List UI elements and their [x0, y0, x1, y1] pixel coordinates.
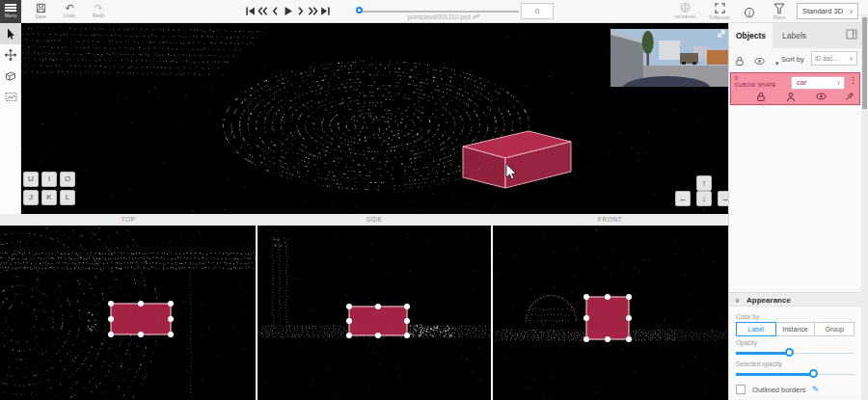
- key-o[interactable]: O: [60, 172, 75, 187]
- key-i[interactable]: I: [41, 172, 57, 187]
- tab-objects[interactable]: Objects: [729, 23, 773, 48]
- cuboid-annotation[interactable]: [586, 297, 629, 339]
- frame-number-input[interactable]: 0: [521, 3, 554, 19]
- move-icon: [5, 49, 16, 61]
- appearance-header[interactable]: ∨ Appearance: [729, 292, 861, 307]
- selected-opacity-slider[interactable]: [736, 369, 854, 379]
- fast-forward-button[interactable]: [308, 4, 319, 17]
- toolbar: Menu Save ↶ Undo ↷ Redo pointcloud: [0, 0, 868, 23]
- side-ortho-view[interactable]: [258, 226, 491, 400]
- selected-opacity-label: Selected opacity: [736, 360, 854, 367]
- resize-handle[interactable]: [404, 333, 410, 338]
- resize-handle[interactable]: [138, 332, 144, 337]
- resize-handle[interactable]: [583, 294, 589, 300]
- object-row-car[interactable]: 5 CUBOID SHAPE car ∨ ⋮: [730, 72, 860, 105]
- arrow-down-key[interactable]: ↓: [696, 191, 712, 206]
- key-j[interactable]: J: [23, 190, 39, 205]
- camera-photo-thumbnail[interactable]: [610, 29, 728, 87]
- object-author-icon[interactable]: [786, 92, 796, 102]
- resize-handle[interactable]: [605, 294, 610, 300]
- panel-scrollbar[interactable]: [861, 14, 868, 400]
- opacity-slider[interactable]: [736, 348, 854, 358]
- resize-handle[interactable]: [626, 294, 632, 300]
- tab-labels[interactable]: Labels: [773, 23, 816, 48]
- resize-handle[interactable]: [108, 301, 114, 307]
- opacity-label: Opacity: [736, 339, 854, 346]
- not-trained-button[interactable]: not trained: [670, 2, 699, 22]
- fullscreen-button[interactable]: Fullscreen: [705, 2, 734, 22]
- resize-handle[interactable]: [404, 304, 410, 309]
- resize-handle[interactable]: [626, 336, 632, 342]
- filters-button[interactable]: Filters: [765, 2, 794, 22]
- scrollbar-thumb[interactable]: [862, 17, 867, 109]
- main-3d-view[interactable]: U I O J K L ↑ ← ↓ →: [21, 23, 728, 214]
- resize-handle[interactable]: [168, 332, 174, 337]
- resize-handle[interactable]: [583, 336, 589, 342]
- resize-handle[interactable]: [375, 304, 381, 309]
- redo-button[interactable]: ↷ Redo: [87, 2, 110, 22]
- skip-to-end-button[interactable]: [320, 4, 332, 17]
- timeline-knob[interactable]: [356, 7, 363, 13]
- resize-handle[interactable]: [626, 315, 632, 321]
- pan-tool-button[interactable]: [0, 44, 21, 66]
- resize-handle[interactable]: [138, 301, 144, 307]
- info-button[interactable]: i Info: [735, 2, 764, 22]
- resize-handle[interactable]: [404, 318, 410, 324]
- resize-handle[interactable]: [168, 301, 174, 307]
- object-class-dropdown[interactable]: car ∨: [791, 76, 845, 90]
- resize-handle[interactable]: [168, 316, 174, 322]
- top-ortho-view[interactable]: [0, 226, 256, 400]
- pointcloud-labeling-app: Menu Save ↶ Undo ↷ Redo pointcloud: [0, 0, 868, 400]
- object-menu-icon[interactable]: ⋮: [849, 75, 857, 85]
- expand-all-icon[interactable]: ▾: [775, 60, 779, 67]
- view-mode-dropdown[interactable]: Standard 3D ∨: [797, 3, 858, 19]
- previous-frame-button[interactable]: [270, 4, 282, 17]
- menu-button[interactable]: Menu: [0, 0, 21, 23]
- cuboid-annotation[interactable]: [463, 131, 571, 188]
- front-ortho-view[interactable]: [493, 226, 728, 400]
- sort-dropdown[interactable]: ID asc… ∨: [811, 51, 857, 66]
- link-icon[interactable]: [473, 13, 480, 20]
- object-pin-icon[interactable]: [845, 92, 854, 102]
- arrow-up-key[interactable]: ↑: [696, 175, 712, 191]
- key-k[interactable]: K: [41, 190, 57, 205]
- arrow-left-key[interactable]: ←: [675, 191, 691, 206]
- arrow-right-key[interactable]: →: [718, 191, 728, 206]
- select-tool-button[interactable]: [0, 23, 21, 44]
- selected-opacity-knob[interactable]: [809, 369, 818, 378]
- object-lock-icon[interactable]: [756, 92, 766, 102]
- outlined-borders-checkbox[interactable]: [736, 385, 746, 394]
- view-label-strip: TOP SIDE FRONT: [0, 214, 728, 226]
- key-u[interactable]: U: [23, 172, 39, 187]
- panel-tabs: Objects Labels: [729, 23, 861, 48]
- resize-handle[interactable]: [346, 333, 352, 338]
- cuboid-annotation[interactable]: [111, 304, 171, 334]
- hamburger-icon: [5, 4, 16, 12]
- resize-handle[interactable]: [375, 333, 381, 338]
- undo-button[interactable]: ↶ Undo: [58, 2, 81, 22]
- frame-select-tool-button[interactable]: [0, 87, 21, 108]
- resize-handle[interactable]: [583, 315, 589, 321]
- play-button[interactable]: [283, 4, 294, 17]
- cuboid-tool-button[interactable]: [0, 66, 21, 87]
- color-by-instance-option[interactable]: Instance: [776, 322, 816, 336]
- color-by-label-option[interactable]: Label: [736, 322, 776, 336]
- resize-handle[interactable]: [346, 318, 352, 324]
- key-l[interactable]: L: [60, 190, 75, 205]
- save-button[interactable]: Save: [29, 2, 52, 22]
- resize-handle[interactable]: [108, 316, 114, 322]
- rewind-button[interactable]: [258, 4, 269, 17]
- resize-handle[interactable]: [605, 336, 610, 342]
- visibility-all-icon[interactable]: [754, 57, 765, 66]
- lock-all-icon[interactable]: [735, 56, 745, 67]
- cuboid-annotation[interactable]: [349, 307, 407, 335]
- opacity-knob[interactable]: [785, 348, 794, 357]
- resize-handle[interactable]: [108, 332, 114, 337]
- next-frame-button[interactable]: [295, 4, 307, 17]
- panel-layout-icon[interactable]: [846, 29, 857, 40]
- object-visibility-icon[interactable]: [816, 92, 827, 101]
- color-by-group-option[interactable]: Group: [815, 322, 854, 336]
- edit-color-icon[interactable]: ✎: [812, 385, 820, 394]
- resize-handle[interactable]: [346, 304, 352, 309]
- skip-to-start-button[interactable]: [245, 4, 257, 17]
